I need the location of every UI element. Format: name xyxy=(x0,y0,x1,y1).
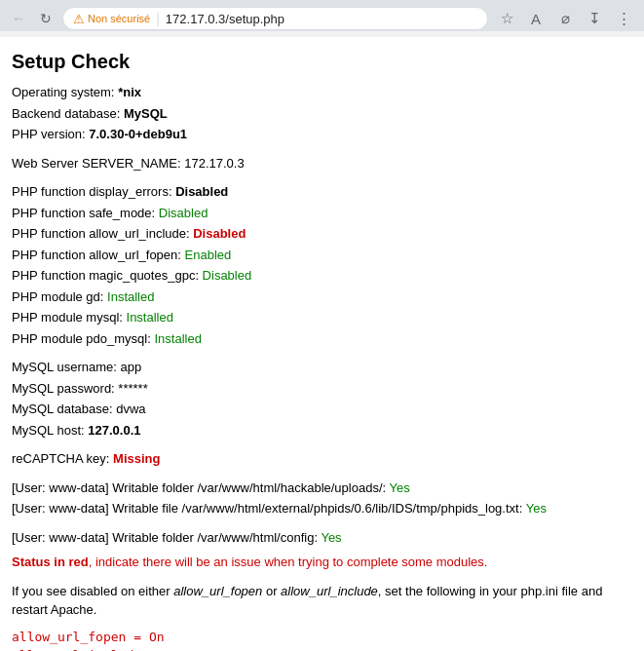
downloads-button[interactable]: ↧ xyxy=(582,6,607,31)
check-label-6: PHP module mysql: xyxy=(12,310,127,325)
extensions-button[interactable]: ⌀ xyxy=(552,6,578,31)
mysql-username-line: MySQL username: app xyxy=(12,358,632,377)
check-allow-url-include: PHP function allow_url_include: Disabled xyxy=(12,224,632,244)
mysql-info: MySQL username: app MySQL password: ****… xyxy=(12,358,632,440)
check-magic-quotes: PHP function magic_quotes_gpc: Disabled xyxy=(12,266,632,286)
mysql-username-value: app xyxy=(121,360,142,374)
code-line1: allow_url_fopen = On xyxy=(12,630,632,644)
php-line: PHP version: 7.0.30-0+deb9u1 xyxy=(12,125,632,144)
recaptcha-line: reCAPTCHA key: Missing xyxy=(12,449,632,469)
check-label-5: PHP module gd: xyxy=(12,289,107,304)
writable3-label: [User: www-data] Writable folder /var/ww… xyxy=(12,530,321,545)
check-module-mysql: PHP module mysql: Installed xyxy=(12,308,632,327)
code-line2: allow_url_include = On xyxy=(12,648,632,652)
page-title: Setup Check xyxy=(12,51,632,73)
writable2-label: [User: www-data] Writable file /var/www/… xyxy=(12,501,526,516)
mysql-host-value: 127.0.0.1 xyxy=(88,423,140,438)
check-value-7: Installed xyxy=(154,331,201,346)
check-display-errors: PHP function display_errors: Disabled xyxy=(12,182,632,202)
fopen-note-prefix: If you see disabled on either xyxy=(12,584,173,598)
writable-checks: [User: www-data] Writable folder /var/ww… xyxy=(12,479,632,518)
server-line: Web Server SERVER_NAME: 172.17.0.3 xyxy=(12,154,632,173)
mysql-host-line: MySQL host: 127.0.0.1 xyxy=(12,421,632,440)
status-red-note: Status in red, indicate there will be an… xyxy=(12,553,632,572)
check-label-3: PHP function allow_url_fopen: xyxy=(12,248,185,262)
toolbar-icons: ☆ A ⌀ ↧ ⋮ xyxy=(494,6,636,31)
check-value-3: Enabled xyxy=(185,248,232,262)
php-label: PHP version: xyxy=(12,127,86,141)
check-allow-url-fopen: PHP function allow_url_fopen: Enabled xyxy=(12,246,632,265)
db-label: Backend database: xyxy=(12,106,120,121)
back-button[interactable]: ← xyxy=(8,8,29,29)
fopen-italic2: allow_url_include xyxy=(281,584,378,598)
security-warning: ⚠ Non sécurisé xyxy=(73,12,150,26)
reload-button[interactable]: ↻ xyxy=(35,8,57,29)
db-line: Backend database: MySQL xyxy=(12,104,632,124)
page-content: Setup Check Operating system: *nix Backe… xyxy=(0,37,644,651)
fopen-note: If you see disabled on either allow_url_… xyxy=(12,582,632,620)
writable1-line: [User: www-data] Writable folder /var/ww… xyxy=(12,479,632,498)
menu-button[interactable]: ⋮ xyxy=(611,6,636,31)
check-module-pdo: PHP module pdo_mysql: Installed xyxy=(12,329,632,349)
check-value-5: Installed xyxy=(107,289,154,304)
writable3-line: [User: www-data] Writable folder /var/ww… xyxy=(12,528,632,548)
profile-button[interactable]: A xyxy=(523,6,549,31)
address-bar[interactable]: ⚠ Non sécurisé | 172.17.0.3/setup.php xyxy=(62,7,488,30)
mysql-password-label: MySQL password: xyxy=(12,381,115,396)
security-label: Non sécurisé xyxy=(88,13,150,24)
status-red-rest: , indicate there will be an issue when t… xyxy=(89,555,488,569)
recaptcha-label: reCAPTCHA key: xyxy=(12,451,109,466)
check-value-1: Disabled xyxy=(159,206,208,220)
warning-icon: ⚠ xyxy=(73,12,85,26)
db-value: MySQL xyxy=(124,106,168,121)
writable1-label: [User: www-data] Writable folder /var/ww… xyxy=(12,480,390,495)
fopen-italic1: allow_url_fopen xyxy=(173,584,262,598)
check-label-2: PHP function allow_url_include: xyxy=(12,226,193,241)
mysql-database-line: MySQL database: dvwa xyxy=(12,400,632,419)
mysql-host-label: MySQL host: xyxy=(12,423,85,438)
address-divider: | xyxy=(156,11,160,26)
mysql-password-line: MySQL password: ****** xyxy=(12,379,632,399)
status-red-text: Status in red xyxy=(12,555,89,569)
check-safe-mode: PHP function safe_mode: Disabled xyxy=(12,204,632,223)
os-value: *nix xyxy=(118,85,141,99)
mysql-database-label: MySQL database: xyxy=(12,402,113,416)
mysql-database-value: dvwa xyxy=(116,402,145,416)
fopen-or: or xyxy=(262,584,281,598)
check-value-0: Disabled xyxy=(175,184,228,199)
browser-chrome: ← ↻ ⚠ Non sécurisé | 172.17.0.3/setup.ph… xyxy=(0,0,644,31)
check-label-7: PHP module pdo_mysql: xyxy=(12,331,154,346)
check-value-4: Disabled xyxy=(203,268,252,283)
check-label-0: PHP function display_errors: xyxy=(12,184,175,199)
writable3-value: Yes xyxy=(321,530,341,545)
writable2-line: [User: www-data] Writable file /var/www/… xyxy=(12,499,632,518)
writable2-value: Yes xyxy=(526,501,547,516)
php-value: 7.0.30-0+deb9u1 xyxy=(89,127,187,141)
check-label-1: PHP function safe_mode: xyxy=(12,206,159,220)
check-value-2: Disabled xyxy=(193,226,246,241)
bookmark-button[interactable]: ☆ xyxy=(494,6,519,31)
writable1-value: Yes xyxy=(390,480,410,495)
check-module-gd: PHP module gd: Installed xyxy=(12,287,632,307)
code-block-section: allow_url_fopen = On allow_url_include =… xyxy=(12,630,632,652)
writable3-section: [User: www-data] Writable folder /var/ww… xyxy=(12,528,632,572)
os-label: Operating system: xyxy=(12,85,115,99)
mysql-password-value: ****** xyxy=(118,381,147,396)
mysql-username-label: MySQL username: xyxy=(12,360,117,374)
check-value-6: Installed xyxy=(127,310,173,325)
recaptcha-value: Missing xyxy=(113,451,160,466)
browser-toolbar: ← ↻ ⚠ Non sécurisé | 172.17.0.3/setup.ph… xyxy=(8,6,636,31)
check-label-4: PHP function magic_quotes_gpc: xyxy=(12,268,203,283)
php-checks: PHP function display_errors: Disabled PH… xyxy=(12,182,632,348)
url-text: 172.17.0.3/setup.php xyxy=(166,12,284,26)
os-line: Operating system: *nix xyxy=(12,83,632,102)
